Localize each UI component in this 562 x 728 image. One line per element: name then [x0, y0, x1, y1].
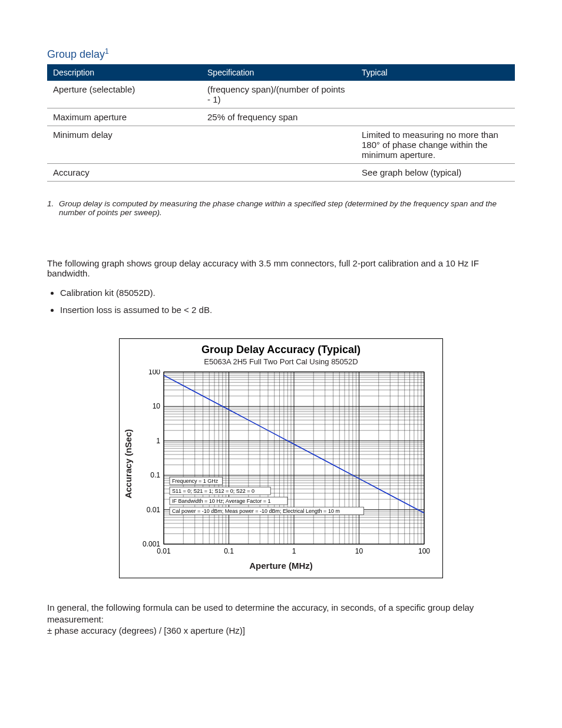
- cell-desc: Aperture (selectable): [47, 81, 201, 108]
- cell-spec: [201, 164, 356, 182]
- th-specification: Specification: [201, 64, 356, 81]
- svg-text:Cal power = -10 dBm; Meas powe: Cal power = -10 dBm; Meas power = -10 dB…: [172, 508, 340, 514]
- chart-plot: 0.010.11101000.0010.010.1110100Frequency…: [135, 370, 430, 558]
- cell-typ: See graph below (typical): [356, 164, 515, 182]
- section-title-sup: 1: [105, 47, 109, 55]
- closing-line1: In general, the following formula can be…: [47, 602, 474, 624]
- svg-text:0.1: 0.1: [224, 547, 234, 555]
- footnote: 1. Group delay is computed by measuring …: [47, 199, 515, 217]
- svg-text:S11 = 0; S21 = 1; S12 = 0; S22: S11 = 0; S21 = 1; S12 = 0; S22 = 0: [172, 488, 254, 494]
- cell-typ: [356, 81, 515, 108]
- chart-title: Group Delay Accuracy (Typical): [123, 344, 439, 356]
- th-description: Description: [47, 64, 201, 81]
- closing-text: In general, the following formula can be…: [47, 602, 515, 637]
- table-row: Aperture (selectable) (frequency span)/(…: [47, 81, 515, 108]
- svg-text:1: 1: [156, 437, 160, 445]
- svg-text:1: 1: [292, 547, 296, 555]
- cell-spec: [201, 126, 356, 164]
- cell-typ: [356, 108, 515, 126]
- bullet-list: Calibration kit (85052D). Insertion loss…: [47, 288, 515, 315]
- spec-table: Description Specification Typical Apertu…: [47, 64, 515, 182]
- cell-spec: (frequency span)/(number of points - 1): [201, 81, 356, 108]
- th-typical: Typical: [356, 64, 515, 81]
- cell-desc: Maximum aperture: [47, 108, 201, 126]
- table-row: Accuracy See graph below (typical): [47, 164, 515, 182]
- closing-line2: ± phase accuracy (degrees) / [360 x aper…: [47, 625, 245, 635]
- footnote-num: 1.: [47, 199, 59, 217]
- cell-desc: Minimum delay: [47, 126, 201, 164]
- chart-box: Group Delay Accuracy (Typical) E5063A 2H…: [119, 338, 443, 578]
- chart-subtitle: E5063A 2H5 Full Two Port Cal Using 85052…: [123, 357, 439, 366]
- svg-text:0.01: 0.01: [147, 506, 161, 514]
- table-row: Minimum delay Limited to measuring no mo…: [47, 126, 515, 164]
- list-item: Insertion loss is assumed to be < 2 dB.: [60, 305, 515, 315]
- chart-ylabel: Accuracy (nSec): [123, 429, 133, 499]
- cell-typ: Limited to measuring no more than 180° o…: [356, 126, 515, 164]
- list-item: Calibration kit (85052D).: [60, 288, 515, 298]
- svg-text:10: 10: [355, 547, 363, 555]
- cell-spec: 25% of frequency span: [201, 108, 356, 126]
- table-row: Maximum aperture 25% of frequency span: [47, 108, 515, 126]
- chart-container: Group Delay Accuracy (Typical) E5063A 2H…: [47, 338, 515, 578]
- svg-text:IF Bandwidth = 10 Hz; Average : IF Bandwidth = 10 Hz; Average Factor = 1: [172, 498, 270, 504]
- svg-text:0.001: 0.001: [143, 540, 160, 548]
- svg-text:Frequency = 1 GHz: Frequency = 1 GHz: [172, 478, 219, 484]
- section-title-text: Group delay: [47, 48, 105, 60]
- section-title: Group delay1: [47, 47, 515, 61]
- chart-xlabel: Aperture (MHz): [123, 561, 439, 571]
- svg-text:0.1: 0.1: [150, 471, 160, 479]
- svg-text:100: 100: [418, 547, 430, 555]
- svg-text:100: 100: [148, 370, 160, 376]
- cell-desc: Accuracy: [47, 164, 201, 182]
- svg-text:10: 10: [153, 402, 161, 410]
- footnote-text: Group delay is computed by measuring the…: [59, 199, 515, 217]
- intro-text: The following graph shows group delay ac…: [47, 258, 515, 278]
- svg-text:0.01: 0.01: [157, 547, 171, 555]
